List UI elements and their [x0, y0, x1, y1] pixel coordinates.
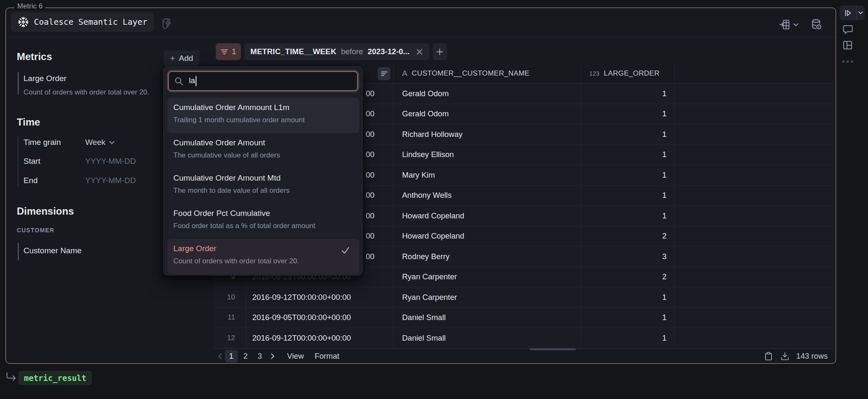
table-row[interactable]: 12 2016-09-12T00:00:00+00:00 Daniel Smal…: [213, 328, 833, 349]
filter-operator: before: [341, 47, 363, 56]
dimension-group-label: CUSTOMER: [17, 227, 54, 234]
dropdown-item[interactable]: Cumulative Order Ammount L1m Trailing 1 …: [167, 98, 359, 133]
dimension-item-accent: [18, 243, 19, 260]
page-prev-button[interactable]: [217, 352, 224, 360]
push-to-table-icon[interactable]: [779, 19, 799, 30]
time-group-accent: [18, 136, 18, 186]
dimensions-heading: Dimensions: [17, 205, 74, 217]
run-options-button[interactable]: [857, 10, 865, 16]
run-button-group: [839, 5, 865, 20]
time-heading: Time: [17, 116, 40, 128]
page-button-3[interactable]: 3: [254, 350, 266, 362]
filter-value: 2023-12-0...: [368, 47, 410, 56]
source-chip[interactable]: Coalesce Semantic Layer: [11, 12, 154, 32]
header-empty: [675, 64, 833, 83]
layout-panel-icon[interactable]: [842, 39, 853, 51]
metric-item-accent: [18, 72, 19, 94]
footer-actions: 143 rows: [763, 351, 833, 361]
remove-filter-icon[interactable]: [416, 48, 423, 55]
add-metric-button[interactable]: + Add: [164, 50, 199, 66]
filter-lines-icon: [220, 48, 228, 56]
time-grain-select[interactable]: Week: [85, 138, 115, 147]
more-options-icon[interactable]: [842, 60, 853, 63]
download-icon[interactable]: [780, 351, 790, 361]
row-count-label: 143 rows: [796, 352, 828, 361]
table-row[interactable]: 11 2016-09-05T00:00:00+00:00 Daniel Smal…: [213, 308, 833, 328]
table-footer: 1 2 3 View Format 143 rows: [213, 349, 833, 363]
search-input[interactable]: la: [168, 71, 358, 91]
filter-count-chip[interactable]: 1: [216, 43, 241, 60]
metric-search-dropdown: la Cumulative Order Ammount L1m Trailing…: [163, 66, 363, 276]
dropdown-item[interactable]: Cumulative Order Amount The cumulative v…: [164, 133, 362, 168]
cell-header-actions: [779, 18, 823, 31]
dimension-item-name[interactable]: Customer Name: [24, 246, 81, 255]
metric-item-name[interactable]: Large Order: [24, 74, 66, 83]
header-customer-name[interactable]: A CUSTOMER__CUSTOMER_NAME: [394, 64, 581, 83]
header-large-order[interactable]: 123 LARGE_ORDER: [581, 64, 675, 83]
metric-item-description: Count of orders with order total over 20…: [24, 88, 149, 97]
tab-view[interactable]: View: [287, 352, 304, 361]
text-caret: [196, 76, 196, 86]
edit-source-icon[interactable]: [160, 17, 173, 30]
add-filter-button[interactable]: [433, 43, 447, 60]
cell-title[interactable]: Metric 6: [14, 2, 45, 10]
copy-icon[interactable]: [763, 351, 774, 361]
check-icon: [341, 246, 350, 255]
page-button-1[interactable]: 1: [225, 350, 238, 362]
table-row[interactable]: 10 2016-09-12T00:00:00+00:00 Ryan Carpen…: [213, 287, 833, 308]
horizontal-scrollbar[interactable]: [530, 348, 576, 350]
end-date-input[interactable]: YYYY-MM-DD: [85, 176, 136, 185]
plus-icon: [436, 48, 443, 55]
chevron-down-icon: [109, 139, 115, 146]
dropdown-item[interactable]: Food Order Pct Cumulative Food order tot…: [164, 204, 362, 239]
chevron-down-icon: [858, 10, 863, 16]
column-menu-button[interactable]: [378, 67, 390, 80]
filter-condition-chip[interactable]: METRIC_TIME__WEEK before 2023-12-0...: [244, 43, 429, 60]
filter-bar: 1 METRIC_TIME__WEEK before 2023-12-0...: [216, 43, 447, 60]
page-next-button[interactable]: [269, 352, 276, 360]
source-title: Coalesce Semantic Layer: [34, 17, 147, 27]
preview-data-icon[interactable]: [810, 18, 823, 31]
search-icon: [174, 76, 184, 86]
output-variable-chip[interactable]: metric_result: [18, 371, 92, 385]
chevron-down-icon: [793, 22, 799, 28]
header-divider: [6, 37, 836, 37]
tab-format[interactable]: Format: [315, 352, 340, 361]
coalesce-logo-icon: [18, 16, 29, 28]
plus-icon: +: [170, 54, 175, 63]
filter-lines-icon: [381, 70, 388, 77]
time-grain-label: Time grain: [24, 138, 61, 147]
run-cell-button[interactable]: [839, 8, 856, 18]
start-date-input[interactable]: YYYY-MM-DD: [85, 157, 136, 166]
filter-field: METRIC_TIME__WEEK: [251, 47, 337, 56]
dropdown-item[interactable]: Cumulative Order Amount Mtd The month to…: [164, 168, 362, 204]
number-type-icon: 123: [589, 70, 600, 77]
dropdown-item-selected[interactable]: Large Order Count of orders with order t…: [167, 239, 359, 274]
comments-icon[interactable]: [842, 24, 854, 35]
text-type-icon: A: [402, 69, 408, 78]
metrics-heading: Metrics: [17, 51, 52, 63]
start-label: Start: [24, 157, 40, 166]
output-arrow-icon: [5, 371, 18, 383]
dropdown-item-list: Cumulative Order Ammount L1m Trailing 1 …: [164, 98, 362, 274]
run-icon: [843, 8, 852, 18]
page-button-2[interactable]: 2: [239, 350, 252, 362]
end-label: End: [24, 176, 38, 185]
